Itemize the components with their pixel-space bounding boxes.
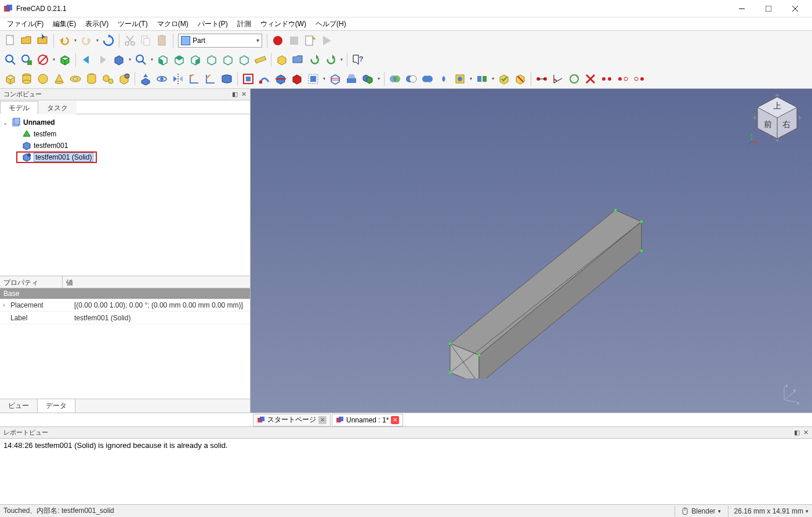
tree-node[interactable]: testfem001 [1,140,249,151]
iso-dropdown[interactable]: ▾ [127,57,133,62]
property-row-label[interactable]: Label testfem001 (Solid) [0,312,250,324]
part-primitives-button[interactable] [100,71,115,86]
menu-measure[interactable]: 計測 [233,18,256,30]
link-dropdown[interactable]: ▾ [339,57,345,62]
tree-node[interactable]: testfem [1,128,249,140]
part-chamfer-button[interactable] [203,71,218,86]
model-tree[interactable]: ⌄ Unnamed testfem testfem001 testfem001 … [0,114,250,276]
expand-icon[interactable]: › [0,302,8,308]
measure-angular-button[interactable] [550,71,566,86]
maximize-button[interactable] [755,0,782,17]
part-section-button[interactable] [273,71,288,86]
part-projection-button[interactable] [344,71,359,86]
macro-record-button[interactable] [270,33,285,48]
measure-linear-button[interactable] [534,71,549,86]
open-file-button[interactable] [19,33,34,48]
menu-file[interactable]: ファイル(F) [2,18,48,30]
split-dropdown[interactable]: ▾ [490,76,496,81]
macro-run-button[interactable] [319,33,334,48]
front-view-button[interactable] [155,52,171,67]
draw-style-button[interactable] [35,52,50,67]
dimensions-readout[interactable]: 26.16 mm x 14.91 mm ▾ [728,506,809,516]
part-sweep-button[interactable] [257,71,272,86]
part-extrude-button[interactable] [138,71,153,86]
tab-task[interactable]: タスク [38,101,77,114]
measure-toggle-all-button[interactable] [599,71,614,86]
measure-toggle-delta-button[interactable] [632,71,647,86]
part-tube-button[interactable] [84,71,99,86]
nav-back-button[interactable] [79,52,94,67]
menu-macro[interactable]: マクロ(M) [153,18,193,30]
redo-button[interactable] [79,33,94,48]
whats-this-button[interactable]: ? [350,52,365,67]
rear-view-button[interactable] [204,52,219,67]
part-cut-button[interactable] [404,71,419,86]
part-mirror-button[interactable] [171,71,186,86]
part-fuse-button[interactable] [420,71,435,86]
part-sphere-button[interactable] [35,71,50,86]
part-loft-button[interactable] [241,71,256,86]
macro-edit-button[interactable] [303,33,318,48]
part-ruled-surface-button[interactable] [219,71,234,86]
part-boolean-button[interactable] [387,71,403,86]
nav-forward-button[interactable] [95,52,110,67]
bottom-view-button[interactable] [220,52,235,67]
top-view-button[interactable] [172,52,187,67]
navigation-cube[interactable]: 上 前 右 [748,93,806,146]
menu-tools[interactable]: ツール(T) [113,18,152,30]
tab-close-icon[interactable]: ✕ [318,416,327,424]
left-view-button[interactable] [237,52,252,67]
part-thickness-button[interactable] [328,71,343,86]
panel-float-icon[interactable]: ◧ [794,429,800,436]
macro-stop-button[interactable] [287,33,302,48]
part-cylinder-button[interactable] [19,71,34,86]
part-common-button[interactable] [436,71,451,86]
part-cone-button[interactable] [52,71,67,86]
draw-style-dropdown[interactable]: ▾ [51,57,57,62]
nav-style-selector[interactable]: Blender ▾ [675,506,720,516]
isometric-button[interactable] [111,52,126,67]
tree-node-selected[interactable]: testfem001 (Solid) [1,151,249,163]
solid-model[interactable] [392,123,670,378]
part-revolve-button[interactable] [154,71,169,86]
workbench-selector[interactable]: Part ▾ [178,34,262,48]
create-group-button[interactable] [291,52,306,67]
cut-button[interactable] [122,33,137,48]
part-fillet-button[interactable] [187,71,202,86]
measure-clear-button[interactable] [583,71,598,86]
part-join-connect-button[interactable] [452,71,467,86]
tab-data[interactable]: データ [37,399,75,413]
part-split-button[interactable] [474,71,490,86]
save-file-button[interactable] [35,33,50,48]
part-torus-button[interactable] [68,71,83,86]
fit-selection-button[interactable] [19,52,34,67]
minimize-button[interactable] [728,0,755,17]
tab-close-icon[interactable]: ✕ [391,416,399,424]
tab-start-page[interactable]: スタートページ ✕ [253,414,331,426]
refresh-button[interactable] [101,33,116,48]
close-button[interactable] [782,0,809,17]
link-make-button[interactable] [307,52,322,67]
bounding-box-button[interactable] [57,52,72,67]
property-value[interactable]: testfem001 (Solid) [71,314,250,322]
create-part-button[interactable] [274,52,289,67]
zoom-button[interactable] [133,52,148,67]
tab-model[interactable]: モデル [0,101,38,114]
tree-collapse-icon[interactable]: ⌄ [1,120,9,126]
menu-view[interactable]: 表示(V) [81,18,113,30]
panel-close-icon[interactable]: ✕ [241,91,246,98]
measure-refresh-button[interactable] [567,71,582,86]
offset-dropdown[interactable]: ▾ [321,76,327,81]
copy-button[interactable] [139,33,154,48]
menu-help[interactable]: ヘルプ(H) [311,18,351,30]
part-builder-button[interactable] [117,71,132,86]
part-defeaturing-button[interactable] [513,71,528,86]
part-cross-sections-button[interactable] [289,71,304,86]
3d-viewport[interactable]: 上 前 右 z x y [251,89,812,413]
fit-all-button[interactable] [3,52,18,67]
compound-dropdown[interactable]: ▾ [376,76,382,81]
paste-button[interactable] [155,33,170,48]
panel-close-icon[interactable]: ✕ [803,429,809,436]
join-dropdown[interactable]: ▾ [468,76,474,81]
menu-window[interactable]: ウィンドウ(W) [256,18,311,30]
